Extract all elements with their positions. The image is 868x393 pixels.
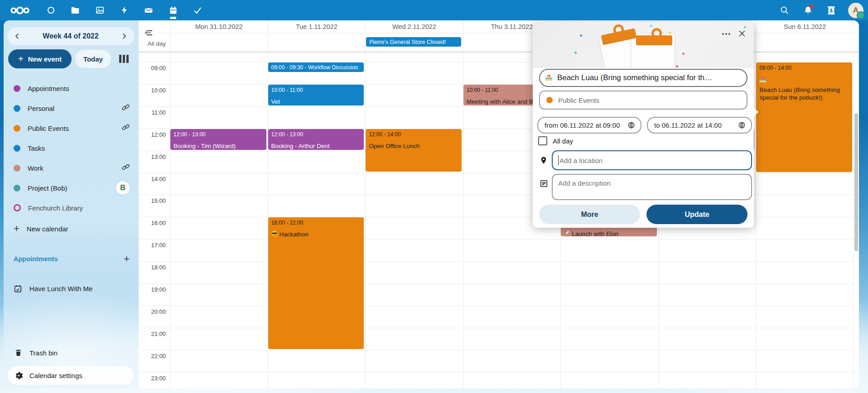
popup-more-actions-icon[interactable] — [720, 28, 732, 40]
event-time: 12:00 - 13:00 — [174, 131, 263, 138]
app-icon-activity[interactable] — [114, 0, 134, 20]
notification-badge — [810, 5, 814, 9]
all-day-cell[interactable] — [268, 33, 366, 52]
description-input[interactable] — [553, 175, 751, 199]
popup-buttons: More Update — [539, 205, 747, 224]
app-icon-dashboard[interactable] — [41, 0, 61, 20]
sidebar-calendar-item[interactable]: Tasks — [4, 138, 139, 158]
view-columns-icon[interactable] — [119, 54, 131, 63]
update-button[interactable]: Update — [646, 205, 747, 224]
appointment-item[interactable]: Have Lunch With Me — [4, 278, 139, 298]
hour-label: 14:00 — [139, 176, 166, 182]
trash-icon — [14, 349, 22, 357]
online-status-dot — [857, 11, 865, 19]
user-avatar[interactable]: A — [848, 3, 863, 18]
close-icon[interactable] — [736, 27, 748, 40]
day-header[interactable]: Sun 6.11.2022 — [756, 20, 854, 33]
sidebar-calendar-item[interactable]: Appointments — [4, 78, 139, 98]
nextcloud-logo-icon[interactable] — [5, 4, 34, 17]
week-title[interactable]: Week 44 of 2022 — [43, 32, 98, 40]
calendar-sidebar: Week 44 of 2022 + New event Today Appoin… — [4, 20, 139, 388]
app-icon-photos[interactable] — [90, 0, 110, 20]
day-header[interactable]: Tue 1.11.2022 — [268, 20, 366, 33]
calendar-picker-value: Public Events — [558, 96, 599, 104]
hour-gridline — [139, 372, 854, 373]
calendar-event[interactable]: 09:00 - 14:00Beach Luau (Bring something… — [756, 62, 852, 172]
day-header[interactable]: Mon 31.10.2022 — [170, 20, 268, 33]
calendar-event[interactable]: 12:00 - 14:00Open Office Lunch — [366, 129, 462, 172]
calendar-list: AppointmentsPersonalPublic EventsTasksWo… — [4, 78, 139, 218]
week-navigation: Week 44 of 2022 — [7, 27, 134, 45]
event-title-input[interactable] — [556, 73, 741, 83]
shared-link-icon[interactable] — [122, 163, 130, 173]
trash-bin-item[interactable]: Trash bin — [4, 343, 139, 363]
search-icon[interactable] — [777, 4, 791, 17]
all-day-cell[interactable] — [170, 33, 268, 52]
calendar-color-dot — [14, 105, 20, 112]
notifications-bell-icon[interactable] — [801, 4, 815, 17]
gear-icon — [14, 371, 23, 380]
event-time: 12:00 - 13:00 — [271, 131, 361, 138]
rocket-emoji-icon — [564, 230, 570, 236]
location-input[interactable] — [559, 156, 751, 165]
event-title: Hackathon — [271, 230, 361, 239]
all-day-event[interactable]: Pierre's General Store Closed! — [366, 37, 461, 47]
sidebar-calendar-item[interactable]: Work — [4, 158, 139, 178]
start-datetime-field[interactable]: from 06.11.2022 at 09:00 — [537, 117, 641, 134]
contacts-icon[interactable] — [825, 4, 838, 17]
calendar-event[interactable]: 12:00 - 13:00Booking - Arthur Dent — [268, 129, 364, 150]
calendar-label: Tasks — [28, 144, 45, 152]
calendar-event[interactable]: 12:00 - 13:00Booking - Tim (Wizard) — [170, 129, 266, 150]
all-day-toggle[interactable]: All day — [538, 136, 573, 145]
day-header[interactable]: Wed 2.11.2022 — [365, 20, 463, 33]
previous-week-button[interactable] — [10, 29, 24, 43]
more-button[interactable]: More — [539, 205, 640, 224]
sidebar-calendar-item[interactable]: Public Events — [4, 118, 139, 138]
calendar-color-dot — [546, 97, 553, 103]
event-editor-popup: Public Events from 06.11.2022 at 09:00 t… — [533, 22, 754, 228]
calendar-label: Work — [28, 164, 43, 172]
shared-user-badge[interactable]: B — [116, 181, 130, 195]
calendar-picker[interactable]: Public Events — [539, 91, 747, 110]
calendar-color-dot — [14, 185, 20, 192]
vertical-scrollbar-thumb[interactable] — [854, 113, 858, 251]
calendar-event[interactable]: 09:00 - 09:30 - Workflow Discussion — [268, 62, 364, 72]
hour-label: 20:00 — [139, 308, 166, 315]
shared-link-icon[interactable] — [122, 104, 130, 113]
sidebar-calendar-item[interactable]: Project (Bob)B — [4, 178, 139, 198]
appointments-section-header: Appointments + — [14, 254, 130, 264]
calendar-event[interactable]: 16:00 - 22:00Hackathon — [268, 217, 364, 349]
end-datetime-field[interactable]: to 06.11.2022 at 14:00 — [647, 117, 752, 134]
all-day-label: All day — [139, 40, 166, 47]
event-title-field[interactable] — [539, 69, 747, 87]
column-gridline — [854, 53, 854, 388]
all-day-checkbox[interactable] — [538, 136, 547, 145]
hour-gridline — [139, 261, 854, 262]
app-icon-mail[interactable] — [139, 0, 159, 20]
app-icon-calendar[interactable] — [163, 0, 183, 20]
confetti-dot — [682, 53, 685, 55]
app-icon-files[interactable] — [65, 0, 85, 20]
confetti-dot — [669, 32, 671, 34]
event-title: Launch with Elon — [564, 230, 654, 236]
timezone-globe-icon[interactable] — [738, 121, 746, 129]
calendar-settings-button[interactable]: Calendar settings — [7, 366, 134, 385]
calendar-check-icon — [14, 284, 22, 293]
hour-gridline — [139, 283, 854, 284]
calendar-color-dot — [14, 85, 20, 92]
next-week-button[interactable] — [117, 29, 131, 43]
add-appointment-icon[interactable]: + — [124, 254, 130, 264]
new-calendar-button[interactable]: + New calendar — [4, 219, 139, 239]
shared-link-icon[interactable] — [122, 124, 130, 133]
event-title: Beach Luau (Bring something special for … — [759, 76, 849, 101]
new-event-button[interactable]: + New event — [8, 49, 72, 68]
sidebar-calendar-item[interactable]: Fenchurch Library — [4, 198, 139, 218]
today-button[interactable]: Today — [75, 50, 111, 68]
calendar-event[interactable]: 10:00 - 11:00Vet — [268, 85, 364, 105]
sidebar-action-row: + New event Today — [8, 49, 135, 68]
all-day-cell[interactable] — [756, 33, 854, 52]
plus-icon: + — [14, 224, 19, 234]
sidebar-calendar-item[interactable]: Personal — [4, 98, 139, 118]
timezone-globe-icon[interactable] — [627, 121, 635, 129]
app-icon-tasks[interactable] — [188, 0, 207, 20]
